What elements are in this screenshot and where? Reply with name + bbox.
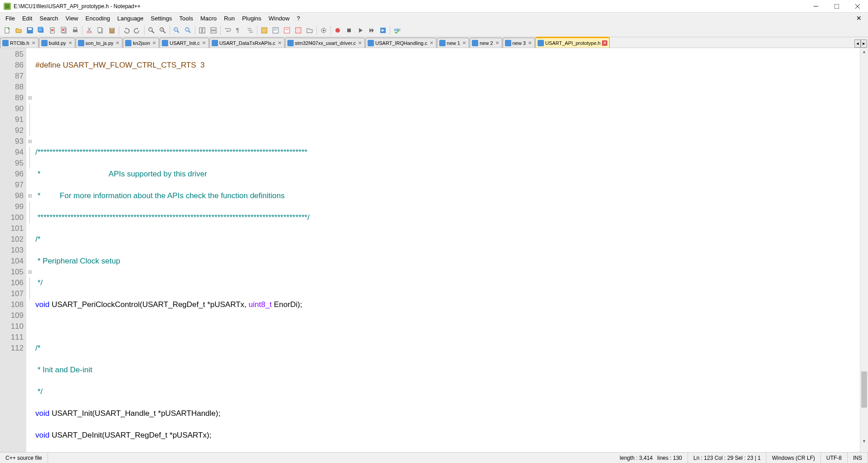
- tab-usartdata[interactable]: USART_DataTxRxAPIs.c✕: [209, 38, 285, 48]
- close-file-button[interactable]: [47, 25, 58, 36]
- replace-button[interactable]: R: [157, 25, 168, 36]
- zoom-out-button[interactable]: -: [183, 25, 194, 36]
- status-encoding[interactable]: UTF-8: [821, 453, 848, 463]
- tab-stm32driver[interactable]: stm32f407xx_usart_driver.c✕: [285, 38, 365, 48]
- menu-edit[interactable]: Edit: [19, 14, 36, 23]
- menu-plugins[interactable]: Plugins: [238, 14, 265, 23]
- tab-new3[interactable]: new 3✕: [503, 38, 535, 48]
- print-button[interactable]: [70, 25, 81, 36]
- close-button[interactable]: [847, 0, 868, 12]
- tab-next-button[interactable]: ►: [861, 39, 867, 48]
- open-file-button[interactable]: [13, 25, 24, 36]
- svg-point-5: [8, 28, 10, 29]
- tab-new1[interactable]: new 1✕: [437, 38, 469, 48]
- menu-view[interactable]: View: [62, 14, 82, 23]
- save-all-button[interactable]: [36, 25, 47, 36]
- tab-rtclib[interactable]: RTClib.h✕: [0, 38, 39, 48]
- close-icon[interactable]: ✕: [527, 40, 533, 46]
- word-wrap-button[interactable]: [222, 25, 233, 36]
- menu-language[interactable]: Language: [114, 14, 147, 23]
- paste-button[interactable]: [107, 25, 117, 36]
- svg-point-20: [90, 31, 92, 33]
- tab-sontojs[interactable]: son_to_js.py✕: [76, 38, 123, 48]
- menu-help[interactable]: ?: [293, 14, 304, 23]
- tab-label: kn2json: [133, 40, 150, 46]
- copy-button[interactable]: [95, 25, 106, 36]
- run-macro-multi-button[interactable]: [366, 25, 377, 36]
- line-number: 85: [0, 49, 24, 60]
- record-macro-button[interactable]: [332, 25, 343, 36]
- show-all-chars-button[interactable]: ¶: [233, 25, 244, 36]
- stop-macro-button[interactable]: [344, 25, 354, 36]
- close-icon[interactable]: ✕: [115, 40, 120, 46]
- file-icon: [472, 40, 478, 46]
- monitoring-button[interactable]: [318, 25, 329, 36]
- close-icon[interactable]: ✕: [277, 40, 282, 46]
- tab-buildpy[interactable]: build.py✕: [39, 38, 75, 48]
- close-icon[interactable]: ✕: [31, 40, 36, 46]
- close-all-button[interactable]: [58, 25, 69, 36]
- menu-file[interactable]: File: [2, 14, 19, 23]
- window-controls: [805, 0, 868, 12]
- save-macro-button[interactable]: [378, 25, 388, 36]
- undo-button[interactable]: [121, 25, 131, 36]
- fold-toggle-icon[interactable]: [26, 190, 34, 201]
- sync-hscroll-button[interactable]: [208, 25, 219, 36]
- code-area[interactable]: #define USART_HW_FLOW_CTRL_CTS_RTS 3 /**…: [34, 48, 860, 452]
- redo-button[interactable]: [132, 25, 143, 36]
- minimize-button[interactable]: [805, 0, 826, 12]
- close-icon[interactable]: ✕: [429, 40, 434, 46]
- status-mode[interactable]: INS: [848, 453, 868, 463]
- menu-run[interactable]: Run: [220, 14, 238, 23]
- new-file-button[interactable]: [2, 25, 13, 36]
- close-icon[interactable]: ✕: [201, 40, 207, 46]
- menu-settings[interactable]: Settings: [147, 14, 176, 23]
- editor[interactable]: 85 86 87 88 89 90 91 92 93 94 95 96 97 9…: [0, 48, 868, 452]
- close-icon[interactable]: ✕: [357, 40, 363, 46]
- play-macro-button[interactable]: [355, 25, 366, 36]
- tab-usartirq[interactable]: USART_IRQHandling.c✕: [365, 38, 436, 48]
- close-icon[interactable]: ✕: [68, 40, 73, 46]
- svg-point-27: [149, 28, 152, 31]
- menubar-close-button[interactable]: ✕: [853, 15, 864, 22]
- fold-toggle-icon[interactable]: [26, 267, 34, 278]
- zoom-in-button[interactable]: +: [171, 25, 182, 36]
- close-icon[interactable]: ✕: [461, 40, 467, 46]
- scrollbar-thumb[interactable]: [861, 371, 867, 408]
- udl-button[interactable]: [259, 25, 270, 36]
- line-number: 87: [0, 71, 24, 82]
- line-number: 89: [0, 93, 24, 103]
- fold-toggle-icon[interactable]: [26, 93, 34, 103]
- scroll-down-icon[interactable]: ▼: [860, 438, 868, 445]
- tab-usartinit[interactable]: USART_Init.c✕: [160, 38, 209, 48]
- code-text: * For more information about the APIs ch…: [35, 191, 285, 200]
- spellcheck-button[interactable]: ABC: [392, 25, 402, 36]
- cut-button[interactable]: [84, 25, 95, 36]
- menu-macro[interactable]: Macro: [197, 14, 220, 23]
- close-icon[interactable]: ✕: [495, 40, 500, 46]
- menu-search[interactable]: Search: [36, 14, 62, 23]
- close-icon[interactable]: ✕: [602, 40, 607, 46]
- doc-map-button[interactable]: [270, 25, 281, 36]
- tab-kn2json[interactable]: kn2json✕: [123, 38, 159, 48]
- status-eol[interactable]: Windows (CR LF): [766, 453, 821, 463]
- menu-window[interactable]: Window: [265, 14, 293, 23]
- tab-prev-button[interactable]: ◄: [854, 39, 861, 48]
- maximize-button[interactable]: [826, 0, 847, 12]
- indent-guide-button[interactable]: [245, 25, 256, 36]
- scroll-up-icon[interactable]: ▲: [860, 48, 868, 55]
- save-button[interactable]: [24, 25, 35, 36]
- close-icon[interactable]: ✕: [151, 40, 157, 46]
- doc-list-button[interactable]: [281, 25, 292, 36]
- folder-workspace-button[interactable]: [304, 25, 315, 36]
- tab-usartapi[interactable]: USART_API_prototype.h✕: [535, 37, 610, 48]
- menu-encoding[interactable]: Encoding: [82, 14, 114, 23]
- find-button[interactable]: [146, 25, 157, 36]
- vertical-scrollbar[interactable]: ▲ ▼: [860, 48, 868, 452]
- tab-new2[interactable]: new 2✕: [470, 38, 502, 48]
- line-number: 95: [0, 158, 24, 169]
- menu-tools[interactable]: Tools: [176, 14, 197, 23]
- sync-vscroll-button[interactable]: [197, 25, 208, 36]
- function-list-button[interactable]: [293, 25, 304, 36]
- fold-toggle-icon[interactable]: [26, 136, 34, 147]
